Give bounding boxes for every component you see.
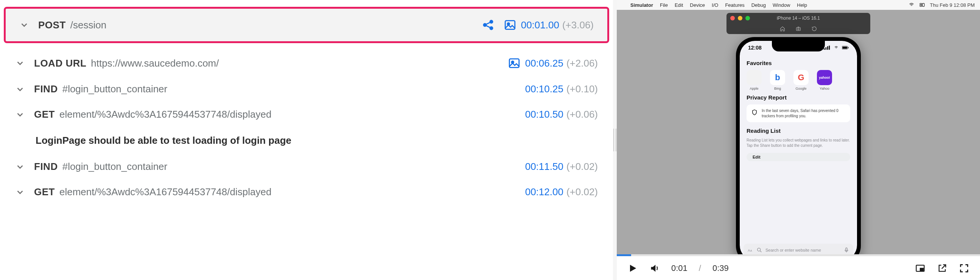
command-row[interactable]: GETelement/%3Awdc%3A1675944537748/displa… — [0, 102, 613, 127]
minimize-window-icon[interactable] — [738, 16, 742, 21]
svg-point-11 — [798, 29, 799, 30]
command-time: 00:10.25 — [525, 83, 563, 95]
play-button[interactable] — [627, 263, 638, 274]
menu-file[interactable]: File — [660, 2, 668, 8]
command-path: element/%3Awdc%3A1675944537748/displayed — [59, 108, 271, 120]
command-path: https://www.saucedemo.com/ — [91, 57, 219, 69]
command-time: 00:06.25 — [525, 57, 563, 69]
device-screen[interactable]: 12:08 Favorites ApplebBingGGoogleyahoo!Y… — [740, 41, 857, 256]
favorite-label: Apple — [749, 87, 758, 91]
reading-list-heading: Reading List — [746, 127, 850, 134]
menu-io[interactable]: I/O — [712, 2, 718, 8]
command-verb: POST — [38, 19, 66, 31]
command-path: #login_button_container — [62, 83, 168, 95]
screenshot-icon[interactable] — [795, 26, 802, 32]
menu-debug[interactable]: Debug — [751, 2, 766, 8]
simulator-titlebar[interactable]: iPhone 14 – iOS 16.1 — [727, 13, 870, 24]
picture-in-picture-button[interactable] — [915, 263, 926, 274]
menu-help[interactable]: Help — [797, 2, 807, 8]
expand-chevron-icon[interactable] — [15, 187, 25, 197]
text-size-icon[interactable]: AA — [747, 247, 753, 253]
expand-chevron-icon[interactable] — [15, 162, 25, 172]
svg-rect-8 — [923, 3, 924, 6]
video-total-time: 0:39 — [713, 263, 729, 273]
favorite-item[interactable]: yahoo!Yahoo — [817, 70, 832, 91]
favorite-item[interactable]: Apple — [746, 70, 762, 91]
command-time-delta: (+0.10) — [566, 83, 598, 95]
menu-window[interactable]: Window — [773, 2, 790, 8]
share-icon[interactable] — [482, 19, 495, 32]
privacy-report-text: In the last seven days, Safari has preve… — [762, 108, 846, 118]
edit-button[interactable]: Edit — [746, 153, 850, 161]
reading-list-text: Reading List lets you collect webpages a… — [746, 138, 850, 148]
zoom-window-icon[interactable] — [745, 16, 750, 21]
command-row[interactable]: FIND#login_button_container00:11.50(+0.0… — [0, 154, 613, 179]
svg-rect-3 — [505, 21, 515, 30]
fullscreen-button[interactable] — [959, 263, 969, 274]
command-time-delta: (+0.02) — [566, 161, 598, 173]
search-placeholder: Search or enter website name — [765, 248, 840, 252]
simulator-title: iPhone 14 – iOS 16.1 — [777, 16, 820, 21]
svg-rect-15 — [829, 46, 830, 50]
window-traffic-lights[interactable] — [730, 16, 750, 21]
voice-search-icon[interactable] — [843, 247, 850, 253]
popout-button[interactable] — [937, 263, 947, 274]
command-log-panel: POST/session00:01.00(+3.06)LOAD URLhttps… — [0, 0, 613, 280]
video-progress-bar[interactable] — [617, 254, 980, 256]
svg-point-21 — [757, 248, 760, 251]
favorite-icon: b — [770, 70, 785, 85]
svg-rect-17 — [842, 46, 847, 49]
expand-chevron-icon[interactable] — [19, 20, 29, 30]
expand-chevron-icon[interactable] — [15, 110, 25, 119]
expand-chevron-icon[interactable] — [15, 84, 25, 94]
expand-chevron-icon[interactable] — [15, 58, 25, 68]
favorite-icon: G — [794, 70, 808, 85]
cellular-icon — [824, 45, 830, 50]
shield-icon — [751, 109, 758, 116]
volume-button[interactable] — [649, 263, 660, 274]
command-time: 00:12.00 — [525, 186, 563, 198]
control-center-icon[interactable] — [919, 2, 925, 8]
home-icon[interactable] — [780, 26, 786, 32]
command-row[interactable]: GETelement/%3Awdc%3A1675944537748/displa… — [0, 179, 613, 205]
svg-rect-12 — [824, 48, 825, 50]
mac-menubar: Simulator File Edit Device I/O Features … — [617, 0, 980, 10]
command-time-delta: (+0.02) — [566, 186, 598, 198]
svg-rect-13 — [826, 47, 827, 49]
simulator-window: iPhone 14 – iOS 16.1 12:08 — [727, 13, 870, 256]
device-notch — [772, 41, 825, 51]
favorite-icon: yahoo! — [817, 70, 832, 85]
rotate-icon[interactable] — [811, 26, 817, 32]
favorite-item[interactable]: GGoogle — [794, 70, 808, 91]
svg-rect-18 — [848, 47, 848, 48]
panel-resize-handle[interactable] — [613, 0, 617, 280]
command-time: 00:11.50 — [525, 161, 563, 173]
menubar-app-name[interactable]: Simulator — [630, 2, 653, 8]
video-current-time: 0:01 — [671, 263, 687, 273]
privacy-heading: Privacy Report — [746, 94, 850, 101]
wifi-icon — [908, 2, 915, 8]
menu-edit[interactable]: Edit — [675, 2, 683, 8]
favorites-heading: Favorites — [746, 60, 850, 66]
menubar-clock: Thu Feb 9 12:08 PM — [930, 2, 975, 8]
svg-rect-22 — [846, 248, 847, 250]
command-row[interactable]: LOAD URLhttps://www.saucedemo.com/00:06.… — [0, 50, 613, 76]
status-clock: 12:08 — [748, 45, 762, 51]
video-controls-bar: 0:01 / 0:39 — [617, 256, 980, 280]
svg-rect-10 — [797, 28, 801, 31]
close-window-icon[interactable] — [730, 16, 735, 21]
menu-device[interactable]: Device — [690, 2, 705, 8]
privacy-report-card[interactable]: In the last seven days, Safari has preve… — [746, 105, 850, 122]
simulator-toolbar — [727, 24, 870, 34]
svg-rect-24 — [920, 268, 923, 270]
command-verb: GET — [34, 108, 55, 120]
search-icon — [756, 247, 762, 253]
wifi-icon — [833, 45, 840, 50]
command-row[interactable]: POST/session00:01.00(+3.06) — [4, 7, 609, 43]
menu-features[interactable]: Features — [725, 2, 744, 8]
screenshot-icon[interactable] — [504, 19, 517, 32]
device-frame: 12:08 Favorites ApplebBingGGoogleyahoo!Y… — [736, 37, 861, 256]
favorite-item[interactable]: bBing — [770, 70, 785, 91]
screenshot-icon[interactable] — [508, 57, 521, 70]
command-row[interactable]: FIND#login_button_container00:10.25(+0.1… — [0, 76, 613, 102]
